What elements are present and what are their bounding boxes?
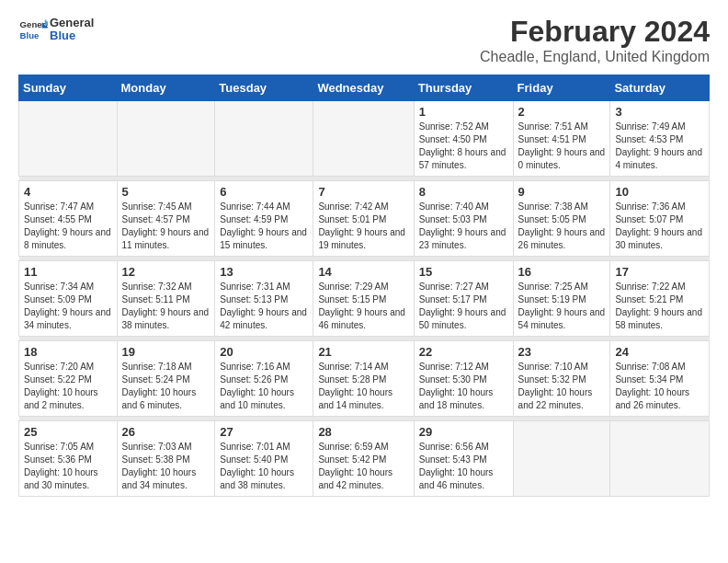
calendar-week-row: 25Sunrise: 7:05 AM Sunset: 5:36 PM Dayli… [19,421,710,497]
calendar-cell: 20Sunrise: 7:16 AM Sunset: 5:26 PM Dayli… [215,341,313,417]
calendar-cell: 24Sunrise: 7:08 AM Sunset: 5:34 PM Dayli… [610,341,710,417]
day-number: 21 [318,345,408,359]
calendar-cell: 14Sunrise: 7:29 AM Sunset: 5:15 PM Dayli… [313,261,414,337]
calendar-cell [313,101,414,177]
calendar-cell: 6Sunrise: 7:44 AM Sunset: 4:59 PM Daylig… [215,181,313,257]
day-number: 6 [220,185,308,199]
day-info: Sunrise: 7:44 AM Sunset: 4:59 PM Dayligh… [220,201,308,252]
day-number: 1 [419,105,508,119]
day-info: Sunrise: 7:05 AM Sunset: 5:36 PM Dayligh… [24,441,112,492]
day-number: 2 [518,105,606,119]
logo-icon: General Blue [18,15,48,44]
calendar-cell: 19Sunrise: 7:18 AM Sunset: 5:24 PM Dayli… [117,341,215,417]
day-number: 16 [518,265,606,279]
logo-general-text: General [50,17,94,29]
day-info: Sunrise: 7:01 AM Sunset: 5:40 PM Dayligh… [220,441,308,492]
calendar-week-row: 11Sunrise: 7:34 AM Sunset: 5:09 PM Dayli… [19,261,710,337]
svg-text:Blue: Blue [20,30,40,40]
calendar-cell: 3Sunrise: 7:49 AM Sunset: 4:53 PM Daylig… [610,101,710,177]
calendar-cell: 21Sunrise: 7:14 AM Sunset: 5:28 PM Dayli… [313,341,414,417]
day-info: Sunrise: 7:10 AM Sunset: 5:32 PM Dayligh… [518,361,606,412]
calendar-cell: 2Sunrise: 7:51 AM Sunset: 4:51 PM Daylig… [513,101,610,177]
day-info: Sunrise: 7:25 AM Sunset: 5:19 PM Dayligh… [518,281,606,332]
day-number: 8 [419,185,508,199]
day-info: Sunrise: 7:45 AM Sunset: 4:57 PM Dayligh… [122,201,210,252]
day-number: 4 [24,185,112,199]
day-info: Sunrise: 7:34 AM Sunset: 5:09 PM Dayligh… [24,281,112,332]
calendar-cell: 26Sunrise: 7:03 AM Sunset: 5:38 PM Dayli… [117,421,215,497]
weekday-header-wednesday: Wednesday [313,75,414,101]
day-number: 11 [24,265,112,279]
day-number: 23 [518,345,606,359]
day-info: Sunrise: 7:03 AM Sunset: 5:38 PM Dayligh… [122,441,210,492]
day-number: 28 [318,425,408,439]
calendar-cell: 18Sunrise: 7:20 AM Sunset: 5:22 PM Dayli… [19,341,118,417]
calendar-cell: 25Sunrise: 7:05 AM Sunset: 5:36 PM Dayli… [19,421,118,497]
day-number: 22 [419,345,508,359]
calendar-cell: 12Sunrise: 7:32 AM Sunset: 5:11 PM Dayli… [117,261,215,337]
calendar-cell: 16Sunrise: 7:25 AM Sunset: 5:19 PM Dayli… [513,261,610,337]
calendar-week-row: 4Sunrise: 7:47 AM Sunset: 4:55 PM Daylig… [19,181,710,257]
calendar-cell: 29Sunrise: 6:56 AM Sunset: 5:43 PM Dayli… [414,421,513,497]
calendar-cell: 27Sunrise: 7:01 AM Sunset: 5:40 PM Dayli… [215,421,313,497]
calendar-cell: 13Sunrise: 7:31 AM Sunset: 5:13 PM Dayli… [215,261,313,337]
page-subtitle: Cheadle, England, United Kingdom [480,49,710,65]
day-number: 19 [122,345,210,359]
calendar-cell: 7Sunrise: 7:42 AM Sunset: 5:01 PM Daylig… [313,181,414,257]
weekday-header-thursday: Thursday [414,75,513,101]
weekday-header-friday: Friday [513,75,610,101]
day-info: Sunrise: 7:49 AM Sunset: 4:53 PM Dayligh… [615,121,704,172]
calendar-cell [513,421,610,497]
day-info: Sunrise: 7:31 AM Sunset: 5:13 PM Dayligh… [220,281,308,332]
calendar-cell [19,101,118,177]
day-info: Sunrise: 7:22 AM Sunset: 5:21 PM Dayligh… [615,281,704,332]
calendar-cell: 1Sunrise: 7:52 AM Sunset: 4:50 PM Daylig… [414,101,513,177]
calendar-cell: 5Sunrise: 7:45 AM Sunset: 4:57 PM Daylig… [117,181,215,257]
calendar-table: SundayMondayTuesdayWednesdayThursdayFrid… [18,75,710,497]
day-number: 9 [518,185,606,199]
calendar-cell: 10Sunrise: 7:36 AM Sunset: 5:07 PM Dayli… [610,181,710,257]
day-info: Sunrise: 6:59 AM Sunset: 5:42 PM Dayligh… [318,441,408,492]
day-info: Sunrise: 7:08 AM Sunset: 5:34 PM Dayligh… [615,361,704,412]
day-number: 5 [122,185,210,199]
day-info: Sunrise: 7:32 AM Sunset: 5:11 PM Dayligh… [122,281,210,332]
logo: General Blue General Blue [18,15,94,44]
day-info: Sunrise: 7:29 AM Sunset: 5:15 PM Dayligh… [318,281,408,332]
day-info: Sunrise: 7:51 AM Sunset: 4:51 PM Dayligh… [518,121,606,172]
calendar-cell [610,421,710,497]
day-number: 13 [220,265,308,279]
weekday-header-saturday: Saturday [610,75,710,101]
day-number: 26 [122,425,210,439]
day-number: 14 [318,265,408,279]
weekday-header-monday: Monday [117,75,215,101]
day-info: Sunrise: 7:12 AM Sunset: 5:30 PM Dayligh… [419,361,508,412]
calendar-cell [117,101,215,177]
day-number: 17 [615,265,704,279]
day-info: Sunrise: 7:14 AM Sunset: 5:28 PM Dayligh… [318,361,408,412]
calendar-cell: 9Sunrise: 7:38 AM Sunset: 5:05 PM Daylig… [513,181,610,257]
weekday-header-sunday: Sunday [19,75,118,101]
day-number: 15 [419,265,508,279]
day-info: Sunrise: 7:47 AM Sunset: 4:55 PM Dayligh… [24,201,112,252]
page-header: General Blue General Blue February 2024 … [18,15,710,65]
calendar-cell: 22Sunrise: 7:12 AM Sunset: 5:30 PM Dayli… [414,341,513,417]
logo-text: General Blue [50,17,94,43]
day-number: 29 [419,425,508,439]
logo-blue-text: Blue [50,29,94,42]
day-info: Sunrise: 7:36 AM Sunset: 5:07 PM Dayligh… [615,201,704,252]
calendar-week-row: 18Sunrise: 7:20 AM Sunset: 5:22 PM Dayli… [19,341,710,417]
calendar-cell: 15Sunrise: 7:27 AM Sunset: 5:17 PM Dayli… [414,261,513,337]
day-info: Sunrise: 7:20 AM Sunset: 5:22 PM Dayligh… [24,361,112,412]
day-number: 12 [122,265,210,279]
calendar-cell: 23Sunrise: 7:10 AM Sunset: 5:32 PM Dayli… [513,341,610,417]
day-number: 18 [24,345,112,359]
day-number: 25 [24,425,112,439]
title-area: February 2024 Cheadle, England, United K… [480,15,710,65]
calendar-header-row: SundayMondayTuesdayWednesdayThursdayFrid… [19,75,710,101]
calendar-cell: 4Sunrise: 7:47 AM Sunset: 4:55 PM Daylig… [19,181,118,257]
page-title: February 2024 [480,15,710,49]
day-number: 20 [220,345,308,359]
day-number: 3 [615,105,704,119]
day-info: Sunrise: 7:38 AM Sunset: 5:05 PM Dayligh… [518,201,606,252]
calendar-cell: 8Sunrise: 7:40 AM Sunset: 5:03 PM Daylig… [414,181,513,257]
